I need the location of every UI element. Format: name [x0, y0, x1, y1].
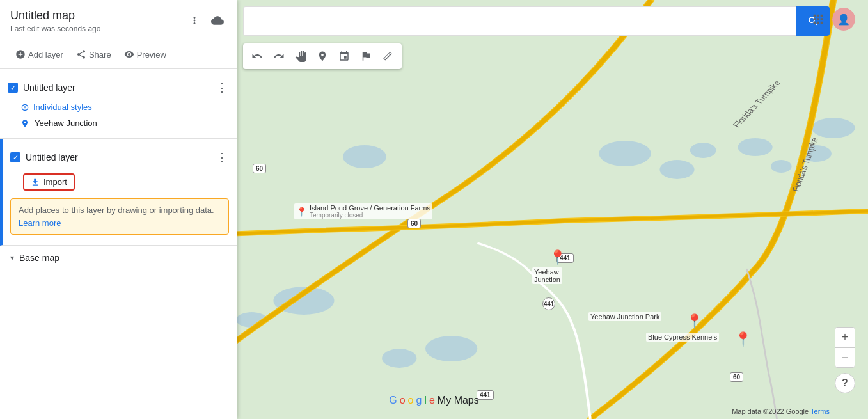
zoom-in-btn[interactable]: + — [835, 327, 855, 347]
yeehaw-park-marker[interactable]: 📍 — [686, 313, 703, 330]
measure-tool[interactable] — [377, 46, 398, 67]
layer-1-header: ✓ Untitled layer ⋮ — [0, 75, 237, 100]
layer-2-more-btn[interactable]: ⋮ — [214, 148, 230, 167]
map-info: Untitled map Last edit was seconds ago — [10, 9, 100, 33]
help-btn[interactable]: ? — [835, 373, 855, 393]
blue-cypress-label: Blue Cypress Kennels — [646, 333, 719, 342]
map-toolbar — [243, 43, 402, 69]
svg-point-4 — [599, 141, 651, 166]
preview-btn[interactable]: Preview — [119, 45, 171, 63]
flag-tool[interactable] — [356, 46, 376, 67]
polygon-tool[interactable] — [334, 46, 354, 67]
share-btn[interactable]: Share — [71, 45, 116, 63]
layer-2-section: ✓ Untitled layer ⋮ Import Add places to … — [0, 139, 237, 246]
zoom-controls: + − — [835, 327, 855, 368]
svg-point-6 — [690, 143, 716, 158]
layer-1-more-btn[interactable]: ⋮ — [214, 78, 230, 97]
individual-styles-btn[interactable]: Individual styles — [0, 100, 237, 115]
sidebar: Untitled map Last edit was seconds ago A… — [0, 0, 237, 419]
import-btn[interactable]: Import — [23, 173, 75, 191]
base-map-chevron: ▾ — [10, 253, 14, 262]
place-island-pond: 📍 Island Pond Grove / Generation Farms T… — [294, 203, 432, 219]
layer-2-header-left: ✓ Untitled layer — [10, 152, 78, 162]
pan-tool[interactable] — [290, 46, 311, 67]
map-title: Untitled map — [10, 9, 100, 22]
layer-1-section: ✓ Untitled layer ⋮ Individual styles Yee… — [0, 69, 237, 139]
svg-point-7 — [738, 138, 772, 156]
sidebar-actions: Add layer Share Preview — [0, 40, 237, 69]
route-badge-60-left: 60 — [253, 164, 266, 173]
pin-tool[interactable] — [312, 46, 333, 67]
svg-point-12 — [382, 349, 416, 368]
terms-link[interactable]: Terms — [810, 407, 830, 415]
redo-tool[interactable] — [269, 46, 289, 67]
cloud-save-btn[interactable] — [209, 12, 226, 29]
map-data-footer: Map data ©2022 Google Terms — [732, 407, 830, 415]
layer-1-checkbox[interactable]: ✓ — [8, 83, 18, 93]
add-places-notice: Add places to this layer by drawing or i… — [10, 198, 229, 235]
base-map-label: Base map — [19, 253, 59, 263]
search-bar — [243, 6, 830, 36]
search-input[interactable] — [243, 6, 796, 36]
route-badge-60-right: 60 — [730, 372, 743, 382]
header-icons — [185, 12, 226, 29]
svg-point-8 — [771, 160, 792, 173]
add-layer-btn[interactable]: Add layer — [10, 45, 68, 63]
svg-point-11 — [425, 336, 477, 361]
google-branding: Google My Maps — [389, 395, 479, 406]
yeehaw-park-label: Yeehaw Junction Park — [588, 312, 661, 321]
undo-tool[interactable] — [247, 46, 267, 67]
apps-icon[interactable] — [809, 10, 827, 28]
svg-point-3 — [343, 145, 386, 168]
layer-2-checkbox[interactable]: ✓ — [10, 152, 20, 162]
route-badge-441-bottom: 441 — [542, 297, 555, 310]
yeehaw-junction-label: YeehawJunction — [532, 267, 562, 284]
zoom-out-btn[interactable]: − — [835, 347, 855, 368]
learn-more-link[interactable]: Learn more — [19, 218, 61, 228]
route-badge-60-mid: 60 — [407, 219, 421, 228]
sidebar-header: Untitled map Last edit was seconds ago — [0, 0, 237, 40]
layer-1-title: Untitled layer — [23, 83, 75, 93]
base-map-section[interactable]: ▾ Base map — [0, 246, 237, 269]
layer-2-header: ✓ Untitled layer ⋮ — [3, 145, 237, 170]
blue-cypress-marker[interactable]: 📍 — [734, 331, 752, 348]
layer-2-title: Untitled layer — [26, 152, 78, 162]
yeehaw-junction-item[interactable]: Yeehaw Junction — [0, 115, 237, 132]
route-badge-441-south: 441 — [477, 390, 494, 400]
user-avatar[interactable]: 👤 — [832, 8, 855, 31]
more-options-btn[interactable] — [185, 12, 203, 29]
map-last-edit: Last edit was seconds ago — [10, 24, 100, 33]
avatar-image: 👤 — [832, 8, 855, 31]
sidebar-content: ✓ Untitled layer ⋮ Individual styles Yee… — [0, 69, 237, 419]
layer-1-header-left: ✓ Untitled layer — [8, 83, 75, 93]
svg-point-10 — [812, 118, 855, 138]
svg-point-5 — [659, 160, 694, 179]
yeehaw-junction-marker[interactable]: 📍 — [549, 249, 566, 266]
